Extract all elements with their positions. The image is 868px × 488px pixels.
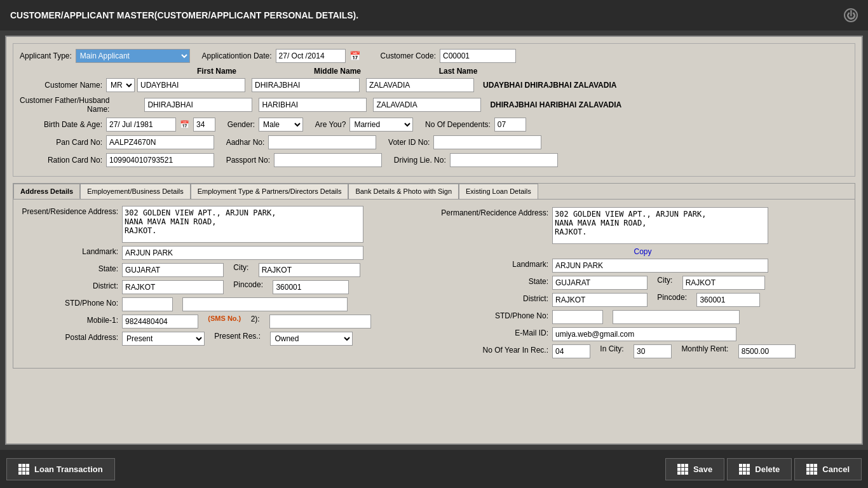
present-address-col: Present/Residence Address: 302 GOLDEN VI…: [20, 206, 431, 362]
top-row: Applicant Type: Main Applicant Applicati…: [20, 49, 848, 63]
tab-bank[interactable]: Bank Details & Photo with Sign: [348, 184, 459, 199]
main-container: Applicant Type: Main Applicant Applicati…: [5, 36, 863, 445]
title-bar: CUSTOMER/APPLICANT MASTER(CUSTOMER/APPLI…: [0, 0, 868, 30]
save-icon: [677, 464, 688, 475]
present-district-input[interactable]: [122, 280, 224, 294]
address-grid: Present/Residence Address: 302 GOLDEN VI…: [20, 206, 848, 362]
tab-emptype[interactable]: Employment Type & Partners/Directors Det…: [191, 184, 349, 199]
tabs-header: Address Details Employement/Business Det…: [13, 184, 855, 199]
driving-input[interactable]: [450, 153, 558, 167]
customer-middle-name-input[interactable]: [252, 78, 360, 92]
present-addr-label: Present/Residence Address:: [20, 206, 118, 216]
father-full-name: DHIRAJBHAI HARIBHAI ZALAVADIA: [490, 100, 621, 109]
perm-state-row: State: City:: [437, 276, 848, 290]
sms-num: 2):: [251, 315, 260, 323]
copy-link-container: Copy: [437, 247, 848, 256]
save-label: Save: [693, 464, 712, 474]
present-std-row: STD/Phone No:: [20, 297, 431, 311]
aadhar-input[interactable]: [268, 135, 376, 149]
birth-date-input[interactable]: [106, 118, 176, 132]
customer-code-input[interactable]: [440, 49, 516, 63]
father-name-label: Customer Father/HusbandName:: [20, 96, 109, 114]
present-std-input1[interactable]: [122, 297, 173, 311]
save-button[interactable]: Save: [665, 458, 724, 480]
mobile-row: Mobile-1: (SMS No.) 2):: [20, 315, 431, 329]
present-state-label: State:: [20, 263, 118, 273]
present-city-input[interactable]: [259, 263, 360, 277]
applicant-type-select[interactable]: Main Applicant: [76, 49, 190, 63]
perm-addr-row: Permanent/Recidence Address: 302 GOLDEN …: [437, 207, 848, 244]
dependents-label: No Of Dependents:: [425, 120, 491, 129]
voter-input[interactable]: [433, 135, 541, 149]
email-row: E-Mail ID:: [437, 327, 848, 341]
perm-city-input[interactable]: [682, 276, 765, 290]
father-name-row: Customer Father/HusbandName: DHIRAJBHAI …: [20, 96, 848, 114]
tab-employment[interactable]: Employement/Business Details: [80, 184, 191, 199]
aadhar-label: Aadhar No:: [226, 138, 265, 147]
pan-input[interactable]: [106, 135, 214, 149]
copy-link[interactable]: Copy: [634, 247, 651, 256]
age-input[interactable]: [193, 118, 215, 132]
present-landmark-input[interactable]: [122, 246, 363, 260]
perm-pincode-input[interactable]: [696, 293, 760, 307]
year-row: No Of Year In Rec.: In City: Monthly Ren…: [437, 344, 848, 358]
delete-label: Delete: [755, 464, 780, 474]
perm-std-label: STD/Phone No:: [437, 310, 548, 320]
app-date-label: Applicationtion Date:: [202, 51, 272, 60]
delete-button[interactable]: Delete: [727, 458, 792, 480]
customer-first-name-input[interactable]: [137, 78, 245, 92]
father-middle-name-input[interactable]: [259, 98, 367, 112]
customer-full-name: UDAYBHAI DHIRAJBHAI ZALAVADIA: [483, 81, 616, 90]
perm-district-input[interactable]: [552, 293, 648, 307]
perm-landmark-row: Landmark:: [437, 259, 848, 273]
perm-district-label: District:: [437, 293, 548, 303]
perm-std-input2[interactable]: [613, 310, 740, 324]
action-buttons: Save Delete Cancel: [665, 458, 862, 480]
ration-input[interactable]: [106, 153, 214, 167]
perm-state-input[interactable]: [552, 276, 648, 290]
present-district-label: District:: [20, 280, 118, 290]
present-res-select[interactable]: OwnedRented: [270, 332, 353, 346]
calendar-icon[interactable]: 📅: [349, 51, 360, 61]
birth-row: Birth Date & Age: 📅 Gender: MaleFemale A…: [20, 118, 848, 132]
application-date-input[interactable]: [276, 49, 346, 63]
present-state-input[interactable]: [122, 263, 224, 277]
monthly-rent-input[interactable]: [738, 344, 796, 358]
passport-input[interactable]: [274, 153, 382, 167]
father-last-name-input[interactable]: [373, 98, 481, 112]
tab-existing[interactable]: Existing Loan Details: [459, 184, 538, 199]
present-pincode-input[interactable]: [273, 280, 349, 294]
are-you-select[interactable]: MarriedUnmarriedWidowed: [349, 118, 413, 132]
power-icon[interactable]: ⏻: [844, 8, 858, 22]
year-rec-input[interactable]: [552, 344, 590, 358]
salutation-select[interactable]: MRMRSMS: [106, 78, 135, 92]
cancel-icon: [806, 464, 817, 475]
perm-addr-textarea[interactable]: 302 GOLDEN VIEW APT., ARJUN PARK, NANA M…: [552, 207, 768, 244]
tab-content-address: Present/Residence Address: 302 GOLDEN VI…: [13, 199, 855, 368]
sms-label: (SMS No.): [208, 315, 241, 322]
present-std-input2[interactable]: [182, 297, 348, 311]
dependents-input[interactable]: [494, 118, 526, 132]
app-title: CUSTOMER/APPLICANT MASTER(CUSTOMER/APPLI…: [10, 10, 358, 20]
last-name-header: Last Name: [401, 67, 515, 76]
perm-addr-label: Permanent/Recidence Address:: [437, 207, 548, 217]
customer-last-name-input[interactable]: [366, 78, 474, 92]
sms-input[interactable]: [269, 315, 371, 329]
loan-transaction-button[interactable]: Loan Transaction: [6, 458, 115, 480]
father-first-name-input[interactable]: [144, 98, 252, 112]
present-pincode-label: Pincode:: [233, 280, 263, 289]
postal-select[interactable]: PresentPermanent: [122, 332, 205, 346]
email-input[interactable]: [552, 327, 736, 341]
loan-transaction-icon: [18, 464, 29, 475]
present-addr-row: Present/Residence Address: 302 GOLDEN VI…: [20, 206, 431, 243]
perm-std-input1[interactable]: [552, 310, 603, 324]
tab-address[interactable]: Address Details: [13, 184, 80, 199]
birth-date-label: Birth Date & Age:: [20, 120, 102, 129]
cancel-button[interactable]: Cancel: [794, 458, 862, 480]
perm-landmark-input[interactable]: [552, 259, 768, 273]
present-addr-textarea[interactable]: 302 GOLDEN VIEW APT., ARJUN PARK, NANA M…: [122, 206, 363, 243]
cal-icon2[interactable]: 📅: [180, 120, 189, 129]
in-city-input[interactable]: [634, 344, 672, 358]
mobile1-input[interactable]: [122, 315, 198, 329]
gender-select[interactable]: MaleFemale: [259, 118, 303, 132]
